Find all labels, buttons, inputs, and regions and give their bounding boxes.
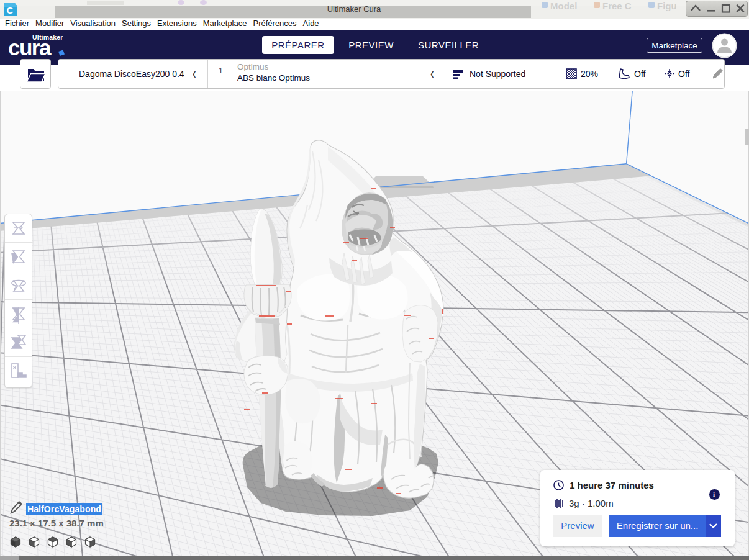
svg-text:cura: cura	[8, 37, 52, 60]
svg-text:C: C	[7, 5, 14, 16]
